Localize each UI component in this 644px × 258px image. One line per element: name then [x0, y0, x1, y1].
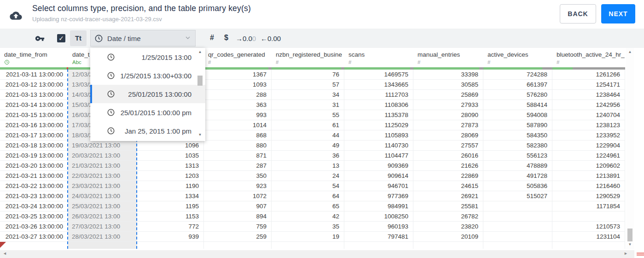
table-cell: 594008 — [483, 110, 552, 120]
table-cell: 2021-03-15 13:00:00 — [0, 110, 68, 120]
table-cell — [483, 201, 552, 211]
table-cell: 1153 — [137, 211, 204, 221]
table-row: 2021-03-18 13:00:0019/03/2021 13:0010968… — [0, 141, 625, 151]
boolean-type-checkbox[interactable]: ✓ — [57, 34, 65, 42]
column-subtype-label: Abc — [72, 59, 81, 65]
table-cell: 34 — [272, 90, 344, 100]
format-option[interactable]: 25/01/2015 13:00:00 — [90, 85, 205, 103]
table-row: 2021-03-22 13:00:0023/03/2021 13:0011909… — [0, 181, 625, 191]
table-cell — [483, 232, 552, 241]
table-cell: 1216460 — [552, 181, 625, 191]
table-cell: 57 — [272, 80, 344, 89]
table-cell: 1242956 — [552, 100, 625, 110]
table-cell: 64 — [272, 191, 344, 201]
table-cell: 1171854 — [552, 201, 625, 211]
vertical-scroll-thumb[interactable] — [627, 229, 632, 241]
table-cell: 2021-03-21 13:00:00 — [0, 171, 68, 181]
table-cell: 1231104 — [552, 232, 625, 241]
column-header-active_devices[interactable]: active_devices# — [483, 48, 552, 67]
table-cell: 1008250 — [344, 211, 413, 221]
scroll-right-icon[interactable]: ► — [624, 251, 628, 256]
horizontal-scrollbar[interactable]: ◄ ► — [0, 250, 634, 258]
table-cell: 55 — [272, 110, 344, 120]
table-cell — [0, 242, 68, 249]
table-cell: 26/03/2021 13:00 — [68, 211, 137, 221]
table-cell: 20109 — [413, 232, 483, 241]
format-option[interactable]: 1/25/2015 13:00 — [90, 48, 205, 66]
table-cell: 13 — [272, 161, 344, 170]
table-cell — [483, 242, 552, 249]
next-button[interactable]: NEXT — [601, 4, 635, 23]
decrease-decimal-button[interactable]: ←0.00 — [261, 35, 281, 42]
primary-key-icon[interactable] — [35, 34, 45, 45]
table-cell: 27933 — [413, 100, 483, 110]
scroll-down-icon[interactable]: ▼ — [626, 242, 634, 246]
table-cell: 25581 — [413, 201, 483, 211]
column-subtype-label: # — [557, 59, 559, 65]
number-type-button[interactable]: # — [210, 34, 214, 42]
table-cell: 27/03/2021 13:00 — [68, 222, 137, 231]
column-header-manual_entries[interactable]: manual_entries# — [413, 48, 483, 67]
vertical-scrollbar[interactable]: ▲ ▼ — [626, 48, 634, 249]
column-name: date_t — [72, 51, 90, 58]
scroll-up-icon[interactable]: ▲ — [197, 50, 203, 54]
table-cell: 2021-03-17 13:00:00 — [0, 130, 68, 140]
table-cell: 1213891 — [552, 171, 625, 181]
table-cell: 24/03/2021 13:00 — [68, 191, 137, 201]
column-name: bluetooth_active_24_hr_ — [557, 51, 625, 58]
table-cell: 1224961 — [552, 151, 625, 160]
table-cell: 22/03/2021 13:00 — [68, 171, 137, 181]
column-header-qr_codes_generated[interactable]: qr_codes_generated# — [204, 48, 272, 67]
text-type-button[interactable]: Tt — [70, 30, 87, 46]
column-type-select[interactable]: Date / time — [90, 30, 196, 47]
dropdown-scroll-thumb[interactable] — [197, 76, 203, 86]
currency-type-button[interactable]: $ — [224, 34, 228, 42]
table-cell: 797481 — [344, 232, 413, 241]
table-cell — [68, 242, 137, 249]
column-header-date_time_from[interactable]: date_time_from — [0, 48, 68, 67]
scroll-up-icon[interactable]: ▲ — [626, 50, 634, 54]
table-cell: 907 — [204, 201, 272, 211]
table-cell: 1313 — [137, 161, 204, 170]
table-cell: 27557 — [413, 141, 483, 150]
table-cell: 556123 — [483, 151, 552, 160]
dropdown-scrollbar[interactable]: ▲ ▼ — [197, 49, 203, 140]
format-option[interactable]: 25/01/2015 1:00:00 pm — [90, 103, 205, 122]
column-header-nzbn_registered_busine[interactable]: nzbn_registered_busine# — [272, 48, 344, 67]
back-button[interactable]: BACK — [560, 4, 596, 23]
table-cell: 582380 — [483, 141, 552, 150]
table-cell: 2021-03-20 13:00:00 — [0, 161, 68, 170]
table-row: 2021-03-21 13:00:0022/03/2021 13:0012033… — [0, 171, 625, 181]
table-cell: 65 — [272, 201, 344, 211]
column-subtype-label: # — [276, 59, 278, 65]
table-cell: 1290529 — [552, 191, 625, 201]
table-cell: 350 — [204, 171, 272, 181]
column-header-scans[interactable]: scans# — [344, 48, 413, 67]
table-cell: 946701 — [344, 181, 413, 191]
table-cell: 1105893 — [344, 130, 413, 140]
overflow-corner-marker — [0, 242, 6, 248]
table-cell: 287 — [204, 161, 272, 170]
table-cell — [552, 211, 625, 221]
date-format-dropdown: 1/25/2015 13:001/25/2015 13:00+03:0025/0… — [90, 48, 205, 141]
format-option[interactable]: 1/25/2015 13:00+03:00 — [90, 66, 205, 85]
table-cell: 1469575 — [344, 70, 413, 79]
table-cell: 868 — [204, 130, 272, 140]
increase-decimal-button[interactable]: →0.00 — [236, 35, 256, 42]
table-cell — [272, 242, 344, 249]
table-cell: 772 — [137, 222, 204, 231]
table-cell: 23/03/2021 13:00 — [68, 181, 137, 191]
scroll-left-icon[interactable]: ◄ — [3, 251, 7, 256]
table-cell: 2021-03-25 13:00:00 — [0, 211, 68, 221]
page-title: Select columns type, precision, and the … — [32, 4, 251, 13]
page-subtitle: Uploading nz-covid-tracer-usage-2021-03-… — [32, 16, 162, 23]
format-option[interactable]: Jan 25, 2015 1:00 pm — [90, 122, 205, 140]
column-header-bluetooth_active_24_hr_[interactable]: bluetooth_active_24_hr_# — [552, 48, 625, 67]
table-cell: 1254171 — [552, 80, 625, 89]
table-cell: 20/03/2021 13:00 — [68, 151, 137, 160]
table-cell: 2021-03-14 13:00:00 — [0, 100, 68, 110]
scroll-down-icon[interactable]: ▼ — [197, 133, 203, 137]
clock-icon — [107, 127, 115, 135]
column-name: active_devices — [487, 51, 528, 58]
table-cell: 2021-03-19 13:00:00 — [0, 151, 68, 160]
